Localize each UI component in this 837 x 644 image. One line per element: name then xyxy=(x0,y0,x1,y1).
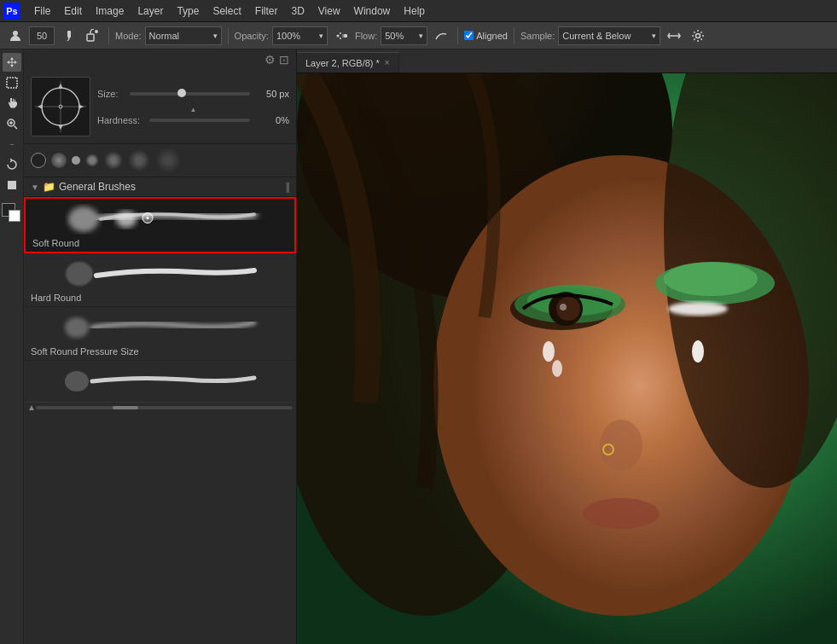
brush-list: Soft Round Hard Round xyxy=(24,197,296,402)
brush-item-hard-round[interactable]: Hard Round xyxy=(24,253,296,307)
svg-point-0 xyxy=(13,31,18,36)
extra-tools[interactable]: ··· xyxy=(3,135,21,154)
smoothing-icon[interactable] xyxy=(431,26,451,46)
svg-point-42 xyxy=(560,304,567,310)
svg-marker-22 xyxy=(58,125,63,130)
mode-label: Mode: xyxy=(115,31,142,41)
menu-window[interactable]: Window xyxy=(347,3,398,19)
svg-point-10 xyxy=(696,33,700,38)
svg-point-31 xyxy=(65,371,89,392)
zoom-tool[interactable] xyxy=(3,114,21,133)
flow-label: Flow: xyxy=(355,31,377,41)
brush-scrollbar[interactable]: ▲ xyxy=(24,402,296,412)
hardness-value: 0% xyxy=(255,115,289,125)
brush-swatch-solid[interactable] xyxy=(31,153,46,168)
hardness-label: Hardness: xyxy=(97,115,144,125)
tab-close-icon[interactable]: × xyxy=(385,58,390,67)
svg-point-3 xyxy=(95,30,98,33)
sep-2 xyxy=(228,27,229,44)
move-tool[interactable] xyxy=(3,53,21,72)
resize-icon[interactable]: ⊡ xyxy=(279,53,289,67)
settings-icon[interactable] xyxy=(688,26,708,46)
shape-tool[interactable] xyxy=(3,176,21,194)
size-arrow xyxy=(97,104,289,115)
brush-swatch-lrg2[interactable] xyxy=(128,149,150,171)
background-color[interactable] xyxy=(9,210,20,222)
scroll-up-icon[interactable]: ▲ xyxy=(27,403,36,412)
svg-point-44 xyxy=(664,262,758,296)
menu-edit[interactable]: Edit xyxy=(57,3,89,19)
svg-point-5 xyxy=(340,32,341,34)
brush-scroll-track[interactable] xyxy=(36,406,293,409)
brush-swatch-med[interactable] xyxy=(85,154,99,167)
brush-swatch-soft[interactable] xyxy=(51,153,67,168)
menu-file[interactable]: File xyxy=(27,3,57,19)
soft-round-preview-img xyxy=(32,202,288,236)
marquee-tool[interactable] xyxy=(3,73,21,92)
hardness-slider[interactable] xyxy=(149,119,250,122)
gear-icon[interactable]: ⚙ xyxy=(264,53,276,67)
svg-rect-1 xyxy=(67,31,71,38)
aligned-checkbox-group: Aligned xyxy=(464,31,508,41)
brush-item-soft-round[interactable]: Soft Round xyxy=(24,197,296,253)
menu-3d[interactable]: 3D xyxy=(284,3,311,19)
sep-1 xyxy=(108,27,109,44)
svg-point-47 xyxy=(543,341,555,362)
menu-image[interactable]: Image xyxy=(89,3,131,19)
tab-label: Layer 2, RGB/8) * xyxy=(305,58,380,68)
svg-point-6 xyxy=(340,38,341,39)
opacity-dropdown[interactable]: 100% xyxy=(272,26,328,45)
soft-round-pressure-img xyxy=(31,310,289,345)
aligned-checkbox[interactable] xyxy=(464,31,474,40)
svg-point-30 xyxy=(65,317,89,338)
menu-view[interactable]: View xyxy=(311,3,347,19)
menu-bar: Ps File Edit Image Layer Type Select Fil… xyxy=(0,0,837,22)
flip-icon[interactable] xyxy=(664,26,684,46)
svg-point-4 xyxy=(336,34,339,37)
canvas-tab[interactable]: Layer 2, RGB/8) * × xyxy=(297,52,399,73)
rotate-tool[interactable] xyxy=(3,155,21,174)
menu-filter[interactable]: Filter xyxy=(248,3,285,19)
hand-tool[interactable] xyxy=(3,94,21,113)
sample-label: Sample: xyxy=(520,31,555,41)
soft-round-label: Soft Round xyxy=(32,238,288,248)
brush-item-soft-round-pressure[interactable]: Soft Round Pressure Size xyxy=(24,307,296,361)
menu-help[interactable]: Help xyxy=(397,3,432,19)
mode-dropdown[interactable]: Normal xyxy=(145,26,222,45)
size-value: 50 px xyxy=(255,89,289,99)
brush-item-hard-round-pressure[interactable]: Hard Round Pressure Size xyxy=(24,361,296,402)
menu-select[interactable]: Select xyxy=(206,3,247,19)
menu-type[interactable]: Type xyxy=(170,3,206,19)
svg-rect-11 xyxy=(7,78,17,88)
brush-swatch-lrg3[interactable] xyxy=(155,148,181,173)
brush-preview xyxy=(31,77,90,136)
aligned-label: Aligned xyxy=(476,31,508,41)
brush-icon[interactable] xyxy=(58,26,78,46)
svg-point-8 xyxy=(342,36,344,38)
svg-point-7 xyxy=(342,34,344,36)
size-label: Size: xyxy=(97,89,125,99)
brush-panel: ⚙ ⊡ Size: xyxy=(24,49,297,644)
folder-label: General Brushes xyxy=(59,181,136,193)
brush-swatch-lrg1[interactable] xyxy=(104,151,123,170)
svg-point-46 xyxy=(583,498,660,529)
flow-dropdown[interactable]: 50% xyxy=(381,26,427,45)
size-slider[interactable] xyxy=(130,92,250,96)
svg-point-29 xyxy=(66,262,93,286)
brush-size-settings: Size: 50 px Hardness: 0% xyxy=(97,89,289,125)
hard-round-pressure-label: Hard Round Pressure Size xyxy=(31,400,289,402)
clone-stamp-icon[interactable] xyxy=(82,26,102,46)
brush-swatch-small[interactable] xyxy=(72,156,80,165)
airbrush-icon[interactable] xyxy=(331,26,352,46)
svg-point-51 xyxy=(668,302,728,316)
menu-layer[interactable]: Layer xyxy=(131,3,170,19)
svg-marker-23 xyxy=(78,104,84,109)
brush-scroll-thumb[interactable] xyxy=(113,406,138,409)
sep-4 xyxy=(514,27,514,44)
svg-rect-2 xyxy=(87,34,94,41)
sep-3 xyxy=(457,27,458,44)
brush-folder-header[interactable]: ▼ 📁 General Brushes ▐ xyxy=(24,177,296,197)
canvas-content[interactable] xyxy=(297,73,837,644)
sample-dropdown[interactable]: Current & Below xyxy=(558,26,660,45)
user-icon[interactable] xyxy=(5,26,26,46)
